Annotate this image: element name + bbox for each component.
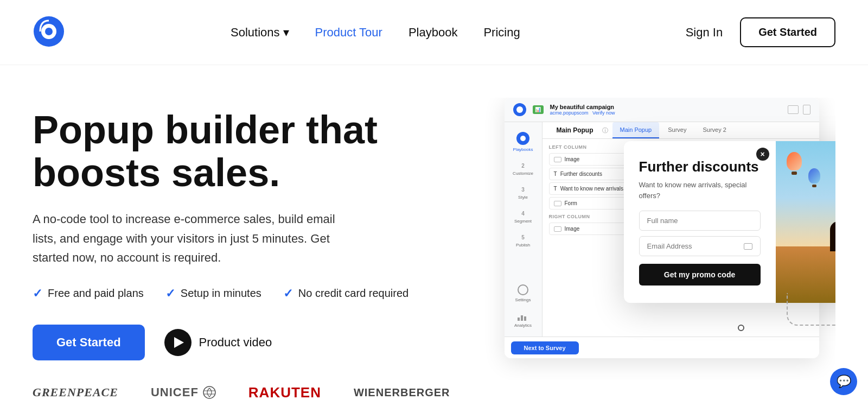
brand-greenpeace: GREENPEACE: [33, 385, 118, 399]
hero-right: 📊 My beautiful campaign acme.popupscom V…: [472, 98, 835, 380]
person-silhouette: [830, 221, 835, 251]
play-button-icon: [164, 329, 192, 356]
nav-links: Solutions ▾ Product Tour Playbook Pricin…: [231, 26, 520, 40]
image-right-icon: [554, 226, 561, 232]
connector-dot: [738, 325, 744, 331]
sidebar-publish[interactable]: 5 Publish: [505, 229, 542, 253]
popup-name-input[interactable]: [639, 211, 761, 231]
next-survey-button[interactable]: Next to Survey: [511, 341, 579, 354]
hero-left: Popup builder that boosts sales. A no-co…: [33, 98, 450, 401]
chevron-down-icon: ▾: [283, 26, 289, 40]
popup-email-row: [639, 236, 761, 256]
get-started-hero-button[interactable]: Get Started: [33, 325, 145, 360]
connector-line: [787, 293, 835, 326]
hero-checks: ✓ Free and paid plans ✓ Setup in minutes…: [33, 287, 450, 301]
check-free-plans: ✓ Free and paid plans: [33, 287, 144, 301]
brand-rakuten: Rakuten: [248, 384, 321, 401]
text-icon-2: T: [554, 186, 557, 192]
get-started-nav-button[interactable]: Get Started: [740, 17, 835, 47]
sidebar-style[interactable]: 3 Style: [505, 181, 542, 205]
nav-pricing[interactable]: Pricing: [483, 26, 520, 39]
hero-section: Popup builder that boosts sales. A no-co…: [0, 65, 868, 401]
builder-header: 📊 My beautiful campaign acme.popupscom V…: [505, 98, 819, 122]
popup-cta-button[interactable]: Get my promo code: [639, 264, 761, 286]
email-icon: [744, 243, 752, 250]
chat-icon: 💬: [837, 375, 851, 389]
popup-content: × Further discounts Want to know new arr…: [624, 141, 776, 303]
hero-title: Popup builder that boosts sales.: [33, 109, 450, 194]
navigation: Solutions ▾ Product Tour Playbook Pricin…: [0, 0, 868, 65]
check-setup: ✓ Setup in minutes: [165, 287, 261, 301]
brands-section: GREENPEACE unicef Rakuten wienerberger: [33, 360, 450, 401]
hero-subtitle: A no-code tool to increase e-commerce sa…: [33, 210, 358, 267]
balloon-3: [808, 168, 820, 187]
check-icon-2: ✓: [165, 287, 175, 301]
brand-unicef: unicef: [151, 385, 216, 399]
builder-site-info: My beautiful campaign acme.popupscom Ver…: [550, 104, 615, 116]
sidebar-settings[interactable]: Settings: [505, 279, 542, 308]
tab-survey[interactable]: Survey: [660, 122, 694, 138]
sidebar-customize[interactable]: 2 Customize: [505, 157, 542, 181]
mobile-icon: [803, 105, 810, 115]
chat-widget[interactable]: 💬: [830, 368, 857, 395]
sidebar-analytics[interactable]: Analytics: [505, 308, 542, 333]
builder-bottom-bar: Next to Survey: [505, 337, 819, 358]
sidebar-playbooks[interactable]: Playbooks: [505, 126, 542, 157]
popup-email-input[interactable]: [647, 242, 739, 250]
builder-tabs: Main Popup ⓘ Main Popup Survey Survey 2: [542, 122, 819, 139]
popup-image: [776, 141, 835, 303]
product-video-link[interactable]: Product video: [164, 329, 272, 356]
balloon-1: [787, 152, 802, 175]
check-icon-1: ✓: [33, 287, 42, 301]
sidebar-segment[interactable]: 4 Segment: [505, 205, 542, 229]
text-icon: T: [554, 171, 557, 177]
tab-main-popup[interactable]: Main Popup: [612, 122, 660, 138]
check-icon-3: ✓: [283, 287, 293, 301]
nav-playbook[interactable]: Playbook: [409, 26, 458, 39]
nav-right: Sign In Get Started: [686, 17, 835, 47]
sign-in-link[interactable]: Sign In: [686, 26, 723, 40]
play-triangle-icon: [174, 337, 184, 348]
desktop-icon: [788, 105, 799, 114]
image-icon: [554, 157, 561, 162]
unicef-logo-icon: [203, 386, 216, 399]
popup-close-button[interactable]: ×: [756, 148, 769, 161]
popup-title: Further discounts: [639, 158, 761, 175]
nav-product-tour[interactable]: Product Tour: [315, 26, 382, 39]
popup-preview-card: × Further discounts Want to know new arr…: [624, 141, 835, 303]
check-no-credit-card: ✓ No credit card required: [283, 287, 409, 301]
chart-icon: [518, 313, 528, 321]
logo[interactable]: [33, 15, 65, 50]
popup-description: Want to know new arrivals, special offer…: [639, 180, 761, 201]
svg-point-2: [45, 28, 53, 35]
form-icon: [554, 201, 561, 206]
tab-survey-2[interactable]: Survey 2: [695, 122, 733, 138]
brand-wienerberger: wienerberger: [354, 386, 450, 399]
hero-actions: Get Started Product video: [33, 325, 450, 360]
builder-sidebar: Playbooks 2 Customize 3 Style 4 Segment: [505, 122, 542, 358]
gear-icon: [518, 284, 528, 295]
nav-solutions[interactable]: Solutions ▾: [231, 26, 289, 40]
builder-logo-icon: [513, 103, 526, 116]
builder-header-icons: [788, 105, 810, 115]
